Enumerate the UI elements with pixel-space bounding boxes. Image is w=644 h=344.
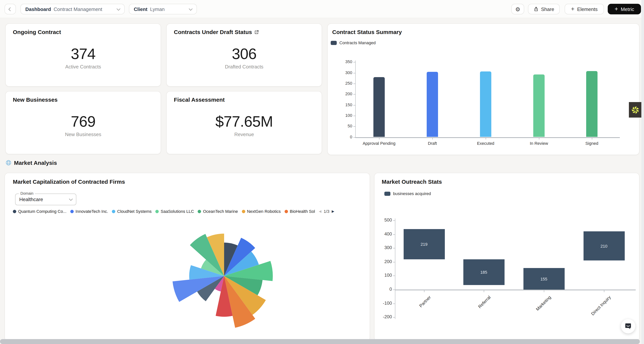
dashboard-select[interactable]: Dashboard Contract Management — [20, 4, 125, 14]
legend-item-label: SaaSolutions LLC — [160, 209, 194, 214]
legend-label: businesses acquired — [393, 191, 431, 196]
status-bar-approval-pending[interactable] — [374, 77, 385, 137]
x-axis-label: In Review — [512, 141, 566, 145]
company-legend-items: Quantum Computing Co...InnovateTech Inc.… — [13, 209, 315, 214]
whats-new-side-tab[interactable] — [629, 102, 641, 118]
legend-item-label: InnovateTech Inc. — [76, 209, 108, 214]
chart-title-text: Contract Status Summary — [332, 29, 402, 35]
legend-item-3[interactable]: CloudNet Systems — [112, 209, 152, 214]
kpi-value: 374 — [6, 45, 160, 62]
rose-pie-chart[interactable] — [171, 223, 277, 329]
y-axis-label: 200 — [339, 92, 352, 96]
chat-bubble-icon — [624, 322, 632, 330]
kpi-card-title: New Businesses — [13, 96, 58, 103]
x-axis-label: Approval Pending — [352, 141, 406, 145]
outreach-waterfall-chart: 5004003002001000-100-200219Partner185Ref… — [378, 214, 642, 339]
outreach-bar-partner[interactable]: 219 — [404, 229, 445, 259]
kpi-title-text: Ongoing Contract — [13, 29, 61, 35]
y-axis-label: 400 — [376, 231, 392, 236]
back-button[interactable] — [4, 4, 16, 14]
status-bar-draft[interactable] — [427, 72, 438, 137]
y-axis-label: 100 — [376, 273, 392, 278]
client-select-label: Client — [134, 6, 148, 12]
legend-item-6[interactable]: NextGen Robotics — [242, 209, 281, 214]
legend-item-2[interactable]: InnovateTech Inc. — [70, 209, 108, 214]
y-axis-tick — [393, 248, 395, 248]
legend-item-label: BioHealth Sol — [290, 209, 315, 214]
y-axis-label: 0 — [376, 286, 392, 292]
kpi-label: New Businesses — [6, 132, 160, 137]
status-bar-signed[interactable] — [586, 71, 598, 137]
settings-button[interactable]: ⚙ — [511, 4, 524, 14]
legend-page-number: 1/3 — [324, 209, 330, 214]
client-select[interactable]: Client Lyman — [129, 4, 197, 14]
y-axis-tick — [393, 262, 395, 262]
x-axis-label: Draft — [406, 141, 459, 145]
topbar: Dashboard Contract Management Client Lym… — [0, 0, 644, 18]
x-axis-label: Executed — [459, 141, 512, 145]
horizontal-scrollbar-thumb[interactable] — [0, 339, 640, 344]
y-axis-tick — [353, 94, 355, 95]
y-axis-tick — [353, 105, 355, 105]
chevron-down-icon — [69, 197, 73, 201]
outreach-bar-marketing[interactable]: 155 — [523, 268, 564, 290]
vertical-scrollbar[interactable] — [641, 0, 644, 344]
gear-icon: ⚙ — [515, 6, 520, 12]
status-chart-legend[interactable]: Contracts Managed — [331, 40, 376, 45]
domain-select-value: Healthcare — [19, 196, 70, 202]
add-elements-button[interactable]: + Elements — [565, 4, 604, 14]
legend-item-5[interactable]: OceanTech Marine — [198, 209, 238, 214]
y-axis-label: 100 — [339, 113, 352, 118]
share-icon — [534, 6, 538, 12]
legend-item-1[interactable]: Quantum Computing Co... — [13, 209, 66, 214]
y-axis-label: 250 — [339, 81, 352, 86]
y-axis-tick — [353, 126, 355, 127]
outreach-bar-direct-inquiry[interactable]: 210 — [583, 232, 624, 261]
legend-prev-icon[interactable]: ◀ — [319, 210, 322, 213]
kpi-card-title: Ongoing Contract — [13, 29, 61, 35]
kpi-value: 306 — [167, 45, 322, 62]
x-axis-label: Partner — [418, 295, 432, 308]
legend-swatch — [384, 192, 390, 196]
chevron-left-icon — [8, 7, 12, 11]
legend-color-dot — [198, 210, 201, 213]
domain-select[interactable]: Domain Healthcare — [15, 194, 76, 205]
y-axis-line — [395, 218, 395, 319]
share-button[interactable]: Share — [528, 4, 560, 14]
legend-item-label: OceanTech Marine — [203, 209, 238, 214]
add-metric-button[interactable]: + Metric — [608, 4, 641, 14]
legend-color-dot — [155, 210, 159, 213]
legend-item-label: CloudNet Systems — [117, 209, 152, 214]
x-axis-line — [355, 137, 620, 138]
x-axis-tick — [484, 290, 484, 292]
elements-button-label: Elements — [577, 6, 598, 12]
kpi-title-text: Contracts Under Draft Status — [174, 29, 252, 35]
y-axis-label: 200 — [376, 259, 392, 264]
kpi-title-text: New Businesses — [13, 96, 58, 103]
x-axis-tick — [486, 138, 486, 139]
market-analysis-section-header: Market Analysis — [6, 160, 57, 166]
y-axis-tick — [393, 234, 395, 234]
chat-launcher-button[interactable] — [621, 319, 635, 334]
legend-item-4[interactable]: SaaSolutions LLC — [155, 209, 194, 214]
legend-swatch — [331, 41, 337, 45]
chart-title: Contract Status Summary — [332, 29, 402, 35]
domain-select-label: Domain — [19, 191, 35, 196]
legend-item-7[interactable]: BioHealth Sol — [284, 209, 315, 214]
y-axis-tick — [353, 116, 355, 116]
outreach-bar-referral[interactable]: 185 — [463, 259, 504, 285]
client-select-value: Lyman — [150, 6, 164, 12]
y-axis-tick — [393, 290, 395, 290]
status-bar-in-review[interactable] — [533, 74, 544, 137]
kpi-card-contracts-under-draft: Contracts Under Draft Status 306 Drafted… — [166, 24, 322, 86]
legend-next-icon[interactable]: ▶ — [332, 210, 334, 213]
external-link-icon[interactable] — [254, 30, 259, 34]
y-axis-label: 350 — [339, 60, 352, 64]
x-axis-line — [395, 290, 636, 290]
kpi-label: Revenue — [167, 132, 322, 137]
status-bar-executed[interactable] — [480, 71, 491, 137]
legend-color-dot — [284, 210, 288, 213]
kpi-card-ongoing-contract: Ongoing Contract 374 Active Contracts — [5, 24, 161, 86]
y-axis-tick — [353, 84, 355, 84]
outreach-chart-legend[interactable]: businesses acquired — [384, 191, 431, 196]
